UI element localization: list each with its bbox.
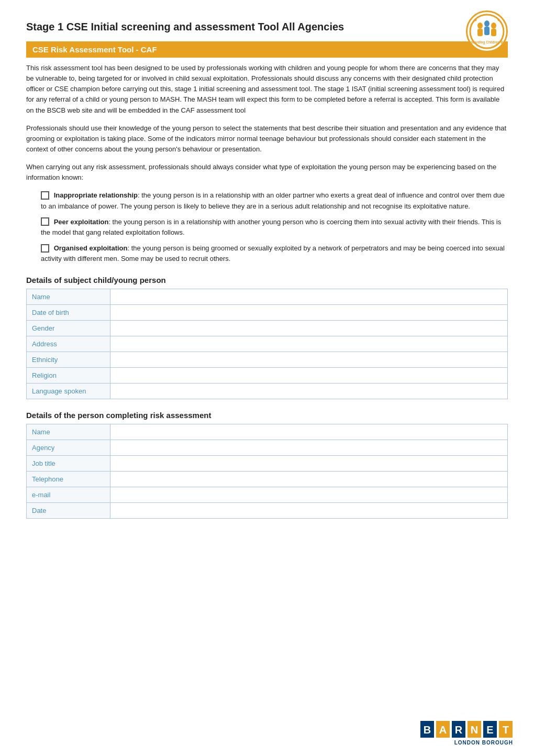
assessor-label-3: Telephone	[27, 472, 110, 487]
svg-point-5	[491, 23, 496, 29]
intro-text: This risk assessment tool has been desig…	[26, 63, 508, 183]
assessor-row-3: Telephone	[27, 472, 508, 487]
subject-row-2: Gender	[27, 321, 508, 336]
subject-label-3: Address	[27, 336, 110, 352]
svg-rect-6	[491, 29, 496, 36]
page: ★ ★ Safeguarding Children Board Stage 1 …	[0, 0, 534, 756]
subject-value-5[interactable]	[110, 368, 508, 384]
assessor-label-5: Date	[27, 503, 110, 519]
list-text-2: : the young person is in a relationship …	[41, 218, 501, 236]
list-marker-1	[41, 191, 49, 200]
list-label-3: Organised exploitation	[54, 244, 128, 252]
assessor-row-4: e-mail	[27, 487, 508, 503]
intro-para-2: Professionals should use their knowledge…	[26, 123, 508, 155]
subject-row-5: Religion	[27, 368, 508, 384]
svg-point-1	[477, 23, 483, 29]
page-title: Stage 1 CSE Initial screening and assess…	[26, 21, 508, 33]
list-marker-2	[41, 217, 49, 226]
section-header: CSE Risk Assessment Tool - CAF	[26, 41, 508, 58]
assessor-row-2: Job title	[27, 456, 508, 472]
list-item-1: Inappropriate relationship: the young pe…	[41, 190, 508, 211]
barnet-letter-T: T	[498, 720, 513, 738]
list-label-1: Inappropriate relationship	[54, 191, 138, 199]
bottom-logo: BARNET LONDON BOROUGH	[420, 720, 513, 746]
barnet-letter-N: N	[467, 720, 482, 738]
assessor-value-5[interactable]	[110, 503, 508, 519]
subject-value-0[interactable]	[110, 289, 508, 305]
subject-row-0: Name	[27, 289, 508, 305]
subject-label-4: Ethnicity	[27, 352, 110, 368]
assessor-row-0: Name	[27, 424, 508, 440]
list-item-3: Organised exploitation: the young person…	[41, 243, 508, 264]
assessor-label-2: Job title	[27, 456, 110, 472]
subject-row-1: Date of birth	[27, 305, 508, 321]
assessor-row-1: Agency	[27, 440, 508, 456]
subject-value-2[interactable]	[110, 321, 508, 336]
list-item-2: Peer exploitation: the young person is i…	[41, 217, 508, 238]
assessor-value-4[interactable]	[110, 487, 508, 503]
subject-value-3[interactable]	[110, 336, 508, 352]
subject-value-1[interactable]	[110, 305, 508, 321]
assessor-label-1: Agency	[27, 440, 110, 456]
list-marker-3	[41, 244, 49, 253]
subject-value-6[interactable]	[110, 384, 508, 399]
assessor-label-0: Name	[27, 424, 110, 440]
exploitation-list: Inappropriate relationship: the young pe…	[26, 190, 508, 264]
subject-value-4[interactable]	[110, 352, 508, 368]
subject-row-4: Ethnicity	[27, 352, 508, 368]
subject-section-title: Details of subject child/young person	[26, 276, 508, 284]
top-logo: ★ ★ Safeguarding Children Board	[466, 10, 513, 52]
assessor-value-2[interactable]	[110, 456, 508, 472]
subject-row-6: Language spoken	[27, 384, 508, 399]
svg-rect-2	[477, 29, 483, 36]
assessor-value-0[interactable]	[110, 424, 508, 440]
svg-text:Safeguarding Children Board: Safeguarding Children Board	[469, 40, 505, 45]
assessor-table: NameAgencyJob titleTelephonee-mailDate	[26, 424, 508, 519]
london-borough-text: LONDON BOROUGH	[454, 740, 513, 746]
intro-para-1: This risk assessment tool has been desig…	[26, 63, 508, 116]
svg-text:★: ★	[474, 18, 477, 23]
barnet-letter-E: E	[483, 720, 497, 738]
subject-label-5: Religion	[27, 368, 110, 384]
assessor-value-1[interactable]	[110, 440, 508, 456]
subject-label-0: Name	[27, 289, 110, 305]
logo-circle: ★ ★ Safeguarding Children Board	[466, 10, 508, 52]
svg-rect-4	[484, 27, 490, 35]
assessor-value-3[interactable]	[110, 472, 508, 487]
subject-row-3: Address	[27, 336, 508, 352]
subject-label-1: Date of birth	[27, 305, 110, 321]
assessor-label-4: e-mail	[27, 487, 110, 503]
subject-label-6: Language spoken	[27, 384, 110, 399]
assessor-row-5: Date	[27, 503, 508, 519]
barnet-letter-A: A	[436, 720, 450, 738]
intro-para-3: When carrying out any risk assessment, p…	[26, 162, 508, 183]
assessor-section-title: Details of the person completing risk as…	[26, 411, 508, 420]
subject-label-2: Gender	[27, 321, 110, 336]
list-label-2: Peer exploitation	[54, 218, 109, 226]
svg-point-3	[484, 20, 490, 27]
subject-table: NameDate of birthGenderAddressEthnicityR…	[26, 289, 508, 399]
barnet-logo: BARNET	[420, 720, 513, 738]
svg-text:★: ★	[497, 18, 500, 23]
barnet-letter-B: B	[420, 720, 435, 738]
barnet-letter-R: R	[451, 720, 466, 738]
